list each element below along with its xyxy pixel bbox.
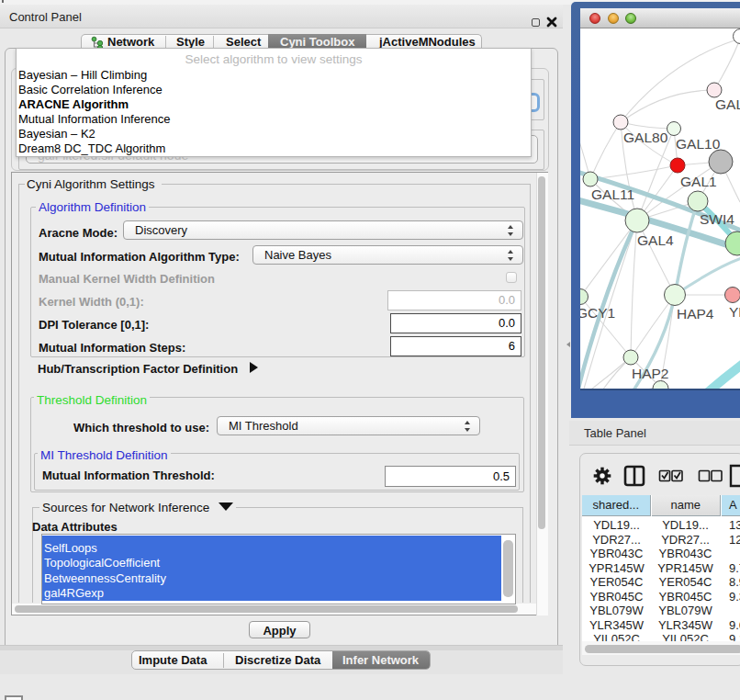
svg-text:GCY1: GCY1 <box>580 305 615 321</box>
svg-text:HAP2: HAP2 <box>632 366 669 381</box>
svg-text:SWI4: SWI4 <box>700 211 734 227</box>
svg-text:GAL11: GAL11 <box>591 186 634 202</box>
svg-text:GAL80: GAL80 <box>623 130 668 145</box>
svg-text:GAL2: GAL2 <box>715 96 740 112</box>
svg-text:GAL4: GAL4 <box>637 232 674 248</box>
svg-text:YM: YM <box>729 304 740 320</box>
svg-text:GAL10: GAL10 <box>676 136 721 152</box>
svg-text:HAP4: HAP4 <box>677 306 714 322</box>
svg-text:GAL1: GAL1 <box>680 174 717 189</box>
